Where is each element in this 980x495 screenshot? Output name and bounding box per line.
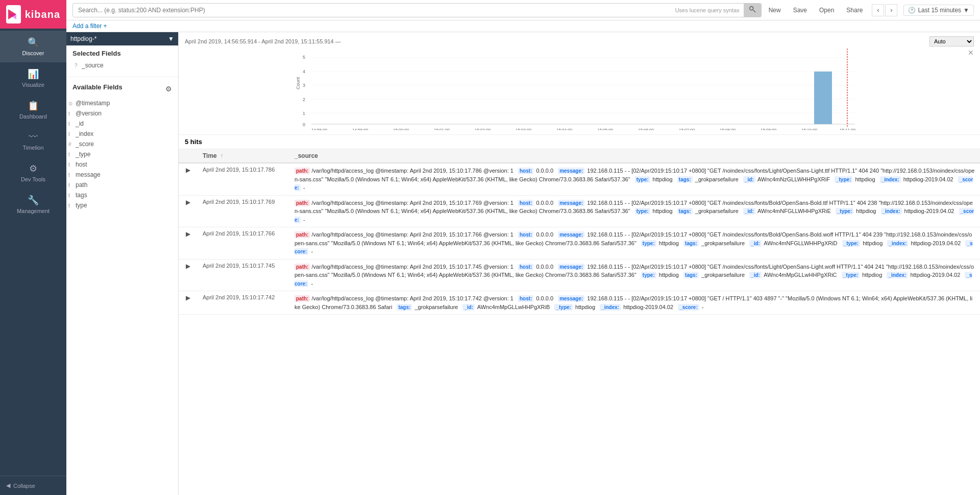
available-field-host[interactable]: thost	[66, 159, 178, 170]
sidebar-item-timelion[interactable]: 〰 Timelion	[0, 126, 66, 157]
sidebar-item-label-discover: Discover	[22, 50, 44, 56]
chart-interval-select[interactable]: Auto 5 seconds 30 seconds 1 minute	[929, 36, 974, 46]
fields-settings-icon[interactable]: ⚙	[165, 85, 172, 93]
chart-auto-selector: Auto 5 seconds 30 seconds 1 minute	[929, 36, 974, 46]
available-field-@version[interactable]: t@version	[66, 108, 178, 119]
time-nav-arrows: ‹ ›	[872, 4, 897, 16]
sidebar: kibana 🔍 Discover 📊 Visualize 📋 Dashboar…	[0, 0, 66, 495]
source-col-header: _source	[289, 149, 980, 163]
left-panel: httpdiog-* ▼ Selected Fields ? _source A…	[66, 32, 179, 495]
selected-field-source[interactable]: ? _source	[72, 60, 172, 70]
field-value: httpdiog	[862, 272, 882, 278]
available-field-_index[interactable]: t_index	[66, 129, 178, 139]
content-area: httpdiog-* ▼ Selected Fields ? _source A…	[66, 32, 980, 495]
field-value: AWnc4mNFGLLWHHPgXRiD	[764, 240, 837, 246]
expand-cell[interactable]: ▶	[179, 195, 198, 227]
time-range-label: Last 15 minutes	[918, 7, 961, 14]
expand-icon[interactable]: ▶	[184, 292, 192, 303]
time-range-picker[interactable]: 🕐 Last 15 minutes ▼	[903, 5, 974, 16]
field-value: _grokparsefailure	[695, 176, 739, 182]
svg-text:0: 0	[303, 122, 305, 127]
expand-icon[interactable]: ▶	[184, 164, 192, 176]
field-value: httpdiog-2019.04.02	[623, 304, 673, 310]
svg-text:3: 3	[303, 83, 305, 88]
available-field-message[interactable]: tmessage	[66, 170, 178, 180]
field-value: AWnc4mMpGLLwHHPgXRiB	[477, 304, 550, 310]
field-value: -	[702, 304, 704, 310]
sidebar-item-management[interactable]: 🔧 Management	[0, 188, 66, 220]
field-type-indicator: t	[68, 111, 74, 116]
field-value: httpdiog	[653, 176, 673, 182]
field-type-indicator: t	[68, 162, 74, 168]
expand-col-header	[179, 149, 198, 163]
svg-text:15:07:00: 15:07:00	[679, 128, 695, 130]
field-value: httpdiog	[863, 240, 883, 246]
available-field-@timestamp[interactable]: ⊙@timestamp	[66, 98, 178, 108]
svg-text:15:10:00: 15:10:00	[801, 128, 818, 130]
chart-close-button[interactable]: ✕	[968, 49, 974, 57]
expand-cell[interactable]: ▶	[179, 291, 198, 315]
field-value: httpdiog	[653, 208, 673, 214]
expand-icon[interactable]: ▶	[184, 261, 192, 272]
expand-cell[interactable]: ▶	[179, 259, 198, 291]
visualize-icon: 📊	[28, 68, 39, 80]
field-name-label: _score	[76, 140, 176, 148]
search-button[interactable]	[744, 4, 761, 17]
field-type-indicator: t	[68, 182, 74, 188]
sidebar-item-discover[interactable]: 🔍 Discover	[0, 31, 66, 62]
expand-icon[interactable]: ▶	[184, 197, 192, 208]
field-value: /var/log/httpd/access_log @timestamp: Ap…	[312, 231, 513, 238]
field-key-tags: tags:	[683, 240, 699, 247]
svg-line-3	[753, 10, 755, 12]
index-pattern-selector[interactable]: httpdiog-* ▼	[66, 32, 178, 45]
sidebar-item-label-devtools: Dev Tools	[21, 176, 45, 182]
field-type-indicator: t	[68, 172, 74, 178]
svg-text:15:05:00: 15:05:00	[597, 128, 614, 130]
field-value: httpdiog	[855, 176, 875, 182]
available-field-path[interactable]: tpath	[66, 180, 178, 190]
time-next-button[interactable]: ›	[885, 4, 897, 16]
field-type-icon: ?	[75, 63, 80, 68]
field-key-_index: _index:	[887, 240, 908, 247]
available-field-type[interactable]: ttype	[66, 200, 178, 210]
time-col-header[interactable]: Time ↑	[198, 149, 289, 163]
field-value: /var/log/httpd/access_log @timestamp: Ap…	[312, 168, 513, 174]
sidebar-item-visualize[interactable]: 📊 Visualize	[0, 62, 66, 94]
collapse-button[interactable]: ◀ Collapse	[0, 476, 66, 495]
svg-text:4: 4	[303, 69, 305, 74]
available-field-_type[interactable]: t_type	[66, 149, 178, 159]
field-value: httpdiog	[659, 240, 679, 246]
search-input[interactable]	[73, 4, 671, 17]
search-icon	[749, 6, 756, 13]
field-key-message: message:	[558, 295, 584, 302]
field-key-message: message:	[558, 168, 584, 174]
kibana-logo[interactable]: kibana	[0, 0, 66, 29]
available-field-_id[interactable]: t_id	[66, 119, 178, 129]
sidebar-item-dashboard[interactable]: 📋 Dashboard	[0, 94, 66, 126]
add-filter-button[interactable]: Add a filter +	[72, 22, 107, 30]
sidebar-item-label-management: Management	[17, 208, 50, 214]
table-row: ▶ April 2nd 2019, 15:10:17.786 path: /va…	[179, 163, 980, 195]
expand-cell[interactable]: ▶	[179, 163, 198, 195]
expand-cell[interactable]: ▶	[179, 227, 198, 260]
chart-container: ✕ 5 4 3 2 1 0 Count	[185, 49, 974, 130]
field-key-_type: _type:	[836, 208, 853, 215]
chart-date-range: April 2nd 2019, 14:56:55.914 - April 2nd…	[185, 38, 341, 44]
field-value: -	[311, 248, 313, 254]
share-button[interactable]: Share	[843, 5, 866, 16]
sidebar-item-devtools[interactable]: ⚙ Dev Tools	[0, 157, 66, 188]
open-button[interactable]: Open	[816, 5, 837, 16]
time-prev-button[interactable]: ‹	[872, 4, 884, 16]
field-name-label: @version	[76, 110, 176, 117]
field-value: AWnc4mNzGLLWHHPgXRiF	[757, 176, 830, 182]
field-key-path: path:	[295, 200, 310, 206]
available-field-_score[interactable]: #_score	[66, 139, 178, 149]
svg-rect-17	[814, 72, 832, 124]
expand-icon[interactable]: ▶	[184, 228, 192, 240]
field-key-_index: _index:	[881, 208, 902, 215]
save-button[interactable]: Save	[790, 5, 810, 16]
new-button[interactable]: New	[766, 5, 784, 16]
available-field-tags[interactable]: ttags	[66, 190, 178, 200]
table-row: ▶ April 2nd 2019, 15:10:17.742 path: /va…	[179, 291, 980, 315]
collapse-arrow-icon: ◀	[6, 482, 10, 489]
